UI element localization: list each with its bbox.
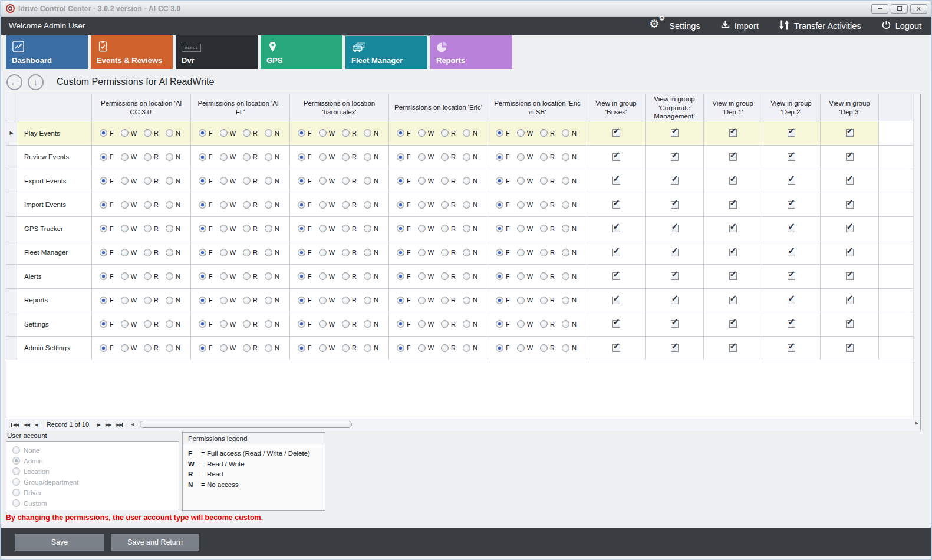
radio-f-selected[interactable]	[298, 344, 305, 352]
radio-w[interactable]	[220, 153, 228, 161]
radio-f-selected[interactable]	[100, 249, 107, 256]
radio-r[interactable]	[144, 344, 152, 352]
radio-option-f[interactable]: F	[298, 320, 312, 328]
radio-option-f[interactable]: F	[298, 272, 312, 280]
radio-r[interactable]	[243, 320, 251, 328]
radio-option-f[interactable]: F	[100, 272, 114, 280]
radio-w[interactable]	[319, 272, 327, 280]
radio-option-r[interactable]: R	[540, 225, 555, 232]
radio-n[interactable]	[166, 249, 173, 256]
radio-option-r[interactable]: R	[441, 344, 456, 352]
radio-f-selected[interactable]	[397, 297, 404, 304]
radio-n[interactable]	[265, 201, 272, 209]
radio-option-r[interactable]: R	[342, 344, 357, 352]
checkbox-checked[interactable]	[788, 153, 795, 161]
radio-option-w[interactable]: W	[220, 129, 236, 137]
radio-option-n[interactable]: N	[364, 225, 378, 232]
radio-option-w[interactable]: W	[517, 344, 533, 352]
radio-option-w[interactable]: W	[121, 201, 137, 209]
radio-unselected[interactable]	[12, 446, 20, 454]
back-button[interactable]: ←	[6, 74, 22, 90]
radio-n[interactable]	[562, 201, 569, 209]
radio-option-w[interactable]: W	[319, 225, 335, 232]
radio-n[interactable]	[265, 297, 272, 304]
radio-option-r[interactable]: R	[243, 320, 258, 328]
radio-option-f[interactable]: F	[100, 201, 114, 209]
radio-n[interactable]	[364, 225, 371, 232]
radio-option-r[interactable]: R	[243, 272, 258, 280]
radio-option-r[interactable]: R	[342, 249, 357, 256]
radio-n[interactable]	[166, 201, 173, 209]
radio-r[interactable]	[441, 153, 449, 161]
radio-n[interactable]	[463, 297, 470, 304]
radio-f-selected[interactable]	[496, 272, 503, 280]
radio-r[interactable]	[144, 177, 152, 185]
radio-option-w[interactable]: W	[220, 320, 236, 328]
radio-option-r[interactable]: R	[540, 201, 555, 209]
table-row[interactable]: GPS TrackerFWRNFWRNFWRNFWRNFWRN	[6, 217, 920, 241]
radio-option-f[interactable]: F	[496, 344, 510, 352]
radio-f-selected[interactable]	[496, 344, 503, 352]
radio-option-n[interactable]: N	[166, 225, 180, 232]
radio-option-w[interactable]: W	[418, 297, 434, 304]
radio-option-w[interactable]: W	[121, 272, 137, 280]
radio-r[interactable]	[441, 129, 449, 137]
radio-option-f[interactable]: F	[199, 177, 213, 185]
radio-option-n[interactable]: N	[265, 272, 279, 280]
radio-option-f[interactable]: F	[199, 225, 213, 232]
checkbox-checked[interactable]	[729, 344, 737, 352]
radio-w[interactable]	[319, 249, 327, 256]
radio-r[interactable]	[441, 201, 449, 209]
radio-option-n[interactable]: N	[562, 320, 577, 328]
radio-w[interactable]	[121, 297, 129, 304]
radio-option-r[interactable]: R	[540, 320, 555, 328]
table-row[interactable]: Admin SettingsFWRNFWRNFWRNFWRNFWRN	[6, 337, 920, 361]
radio-n[interactable]	[463, 272, 470, 280]
radio-option-n[interactable]: N	[463, 225, 477, 232]
user-account-option-admin[interactable]: Admin	[12, 457, 179, 465]
radio-option-n[interactable]: N	[463, 201, 477, 209]
radio-f-selected[interactable]	[298, 177, 305, 185]
radio-w[interactable]	[418, 320, 426, 328]
radio-r[interactable]	[540, 153, 548, 161]
radio-option-r[interactable]: R	[342, 320, 357, 328]
radio-option-f[interactable]: F	[397, 297, 411, 304]
user-account-option-custom[interactable]: Custom	[12, 499, 179, 507]
radio-unselected[interactable]	[12, 489, 20, 496]
vertical-scrollbar[interactable]	[913, 94, 920, 419]
radio-option-r[interactable]: R	[243, 177, 258, 185]
radio-option-w[interactable]: W	[319, 201, 335, 209]
radio-f-selected[interactable]	[298, 249, 305, 256]
radio-option-n[interactable]: N	[166, 344, 180, 352]
radio-option-n[interactable]: N	[265, 153, 279, 161]
checkbox-checked[interactable]	[729, 297, 737, 304]
radio-option-w[interactable]: W	[418, 201, 434, 209]
radio-w[interactable]	[121, 225, 129, 232]
radio-option-f[interactable]: F	[100, 249, 114, 256]
checkbox-checked[interactable]	[671, 129, 679, 137]
radio-r[interactable]	[243, 177, 251, 185]
checkbox-checked[interactable]	[729, 177, 737, 185]
radio-option-r[interactable]: R	[441, 272, 456, 280]
radio-option-w[interactable]: W	[517, 177, 533, 185]
radio-w[interactable]	[220, 225, 228, 232]
radio-f-selected[interactable]	[397, 249, 404, 256]
radio-option-r[interactable]: R	[243, 297, 258, 304]
radio-w[interactable]	[220, 344, 228, 352]
radio-w[interactable]	[220, 272, 228, 280]
radio-w[interactable]	[319, 225, 327, 232]
radio-option-r[interactable]: R	[540, 272, 555, 280]
radio-option-r[interactable]: R	[144, 225, 159, 232]
radio-r[interactable]	[342, 225, 350, 232]
radio-option-f[interactable]: F	[496, 153, 510, 161]
radio-option-f[interactable]: F	[100, 320, 114, 328]
radio-unselected[interactable]	[12, 499, 20, 507]
radio-n[interactable]	[265, 153, 272, 161]
radio-option-f[interactable]: F	[397, 177, 411, 185]
radio-w[interactable]	[517, 320, 525, 328]
radio-f-selected[interactable]	[397, 272, 404, 280]
checkbox-checked[interactable]	[846, 344, 854, 352]
radio-option-r[interactable]: R	[243, 201, 258, 209]
radio-r[interactable]	[342, 272, 350, 280]
checkbox-checked[interactable]	[729, 153, 737, 161]
